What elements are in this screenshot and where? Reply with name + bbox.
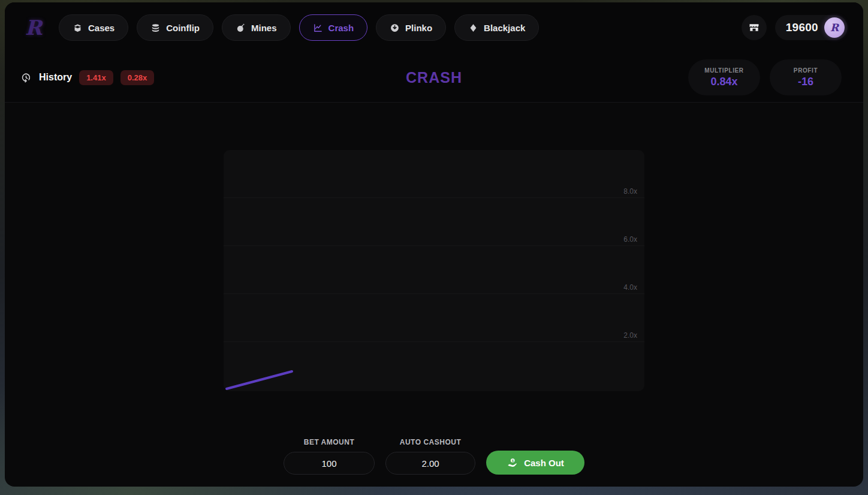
profit-label: PROFIT — [794, 67, 818, 74]
tab-mines[interactable]: Mines — [222, 14, 291, 41]
coin-icon: R — [824, 17, 845, 38]
game-header: History 1.41x 0.28x CRASH MULTIPLIER 0.8… — [5, 53, 863, 103]
bet-amount-input[interactable] — [284, 452, 375, 475]
crash-chart: 8.0x 6.0x 4.0x 2.0x — [224, 150, 644, 391]
logo-letter: R — [25, 16, 42, 40]
tab-label: Plinko — [405, 23, 432, 33]
multiplier-stat: MULTIPLIER 0.84x — [688, 59, 760, 95]
tab-crash[interactable]: Crash — [299, 14, 368, 41]
site-logo[interactable]: R — [20, 13, 47, 42]
tab-label: Mines — [251, 23, 277, 33]
crash-icon — [313, 23, 323, 33]
multiplier-value: 0.84x — [710, 76, 737, 88]
plinko-icon — [390, 23, 400, 33]
cash-out-label: Cash Out — [524, 458, 564, 468]
shop-button[interactable] — [742, 15, 767, 40]
coinflip-icon — [150, 23, 161, 33]
coin-letter: R — [830, 22, 839, 34]
crash-line — [224, 150, 644, 391]
tab-blackjack[interactable]: Blackjack — [454, 14, 539, 41]
cash-out-button[interactable]: $ Cash Out — [486, 451, 584, 475]
bet-amount-control: BET AMOUNT — [284, 438, 375, 475]
balance-pill[interactable]: 19600 R — [775, 15, 848, 40]
profit-value: -16 — [798, 76, 813, 88]
bet-controls: BET AMOUNT AUTO CASHOUT $ Cash Out — [5, 438, 863, 475]
auto-cashout-control: AUTO CASHOUT — [385, 438, 475, 475]
cases-icon — [73, 23, 83, 33]
auto-cashout-label: AUTO CASHOUT — [400, 438, 461, 446]
blackjack-icon — [468, 23, 478, 33]
app-panel: R Cases Coinflip Mines Crash Plinko — [5, 2, 863, 487]
storefront-icon — [748, 22, 760, 34]
profit-stat: PROFIT -16 — [770, 59, 842, 95]
stats-group: MULTIPLIER 0.84x PROFIT -16 — [688, 59, 848, 95]
tab-plinko[interactable]: Plinko — [376, 14, 446, 41]
tab-cases[interactable]: Cases — [59, 14, 128, 41]
top-nav: R Cases Coinflip Mines Crash Plinko — [5, 2, 863, 53]
balance-amount: 19600 — [786, 21, 818, 34]
auto-cashout-input[interactable] — [385, 452, 475, 475]
game-tabs: Cases Coinflip Mines Crash Plinko Blackj… — [59, 14, 539, 41]
tab-label: Coinflip — [166, 23, 200, 33]
mines-icon — [236, 23, 246, 33]
tab-coinflip[interactable]: Coinflip — [137, 14, 213, 41]
multiplier-label: MULTIPLIER — [704, 67, 743, 74]
tab-label: Crash — [328, 23, 354, 33]
hand-dollar-icon: $ — [507, 457, 518, 469]
tab-label: Cases — [88, 23, 114, 33]
bet-amount-label: BET AMOUNT — [304, 438, 355, 446]
main-content: 8.0x 6.0x 4.0x 2.0x BET AMOUNT AUTO CASH… — [5, 150, 863, 487]
tab-label: Blackjack — [484, 23, 525, 33]
